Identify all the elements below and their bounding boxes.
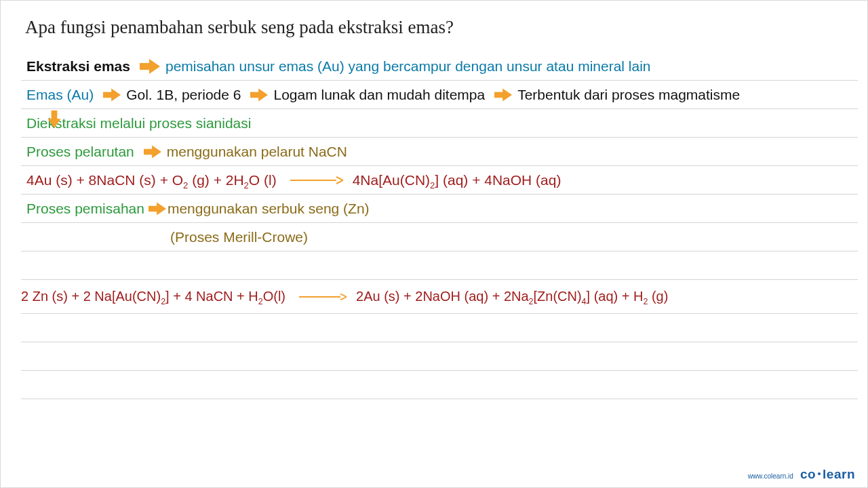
separation-zinc: menggunakan serbuk seng (Zn) xyxy=(167,201,370,217)
slide-title: Apa fungsi penambahan serbuk seng pada e… xyxy=(1,1,867,47)
row-blank xyxy=(21,342,858,371)
property-soft: Logam lunak dan mudah ditempa xyxy=(273,87,485,103)
eq1-lhs: 4Au (s) + 8NaCN (s) + O2 (g) + 2H2O (l) xyxy=(26,172,277,188)
arrow-right-icon xyxy=(149,201,166,216)
brand-logo: colearn xyxy=(800,467,855,482)
row-blank xyxy=(21,314,858,342)
label-ekstraksi: Ekstraksi emas xyxy=(26,58,130,75)
reaction-arrow-icon xyxy=(299,292,347,302)
row-cyanidation: Diekstraksi melalui proses sianidasi xyxy=(21,109,858,138)
row-blank xyxy=(21,251,858,280)
row-blank xyxy=(21,371,858,399)
footer: www.colearn.id colearn xyxy=(748,467,855,482)
row-dissolution: Proses pelarutan menggunakan pelarut NaC… xyxy=(21,138,858,166)
row-definition: Ekstraksi emas pemisahan unsur emas (Au)… xyxy=(21,52,858,81)
row-separation: Proses pemisahan menggunakan serbuk seng… xyxy=(21,195,858,223)
reaction-arrow-icon xyxy=(290,176,343,185)
merill-crowe-text: (Proses Merill-Crowe) xyxy=(170,229,308,245)
slide: Apa fungsi penambahan serbuk seng pada e… xyxy=(0,0,868,488)
dot-icon xyxy=(818,472,821,475)
arrow-right-icon xyxy=(144,144,161,159)
dissolution-label: Proses pelarutan xyxy=(26,144,134,160)
dissolution-solvent: menggunakan pelarut NaCN xyxy=(167,144,347,160)
arrow-down-icon xyxy=(47,110,62,131)
eq2-rhs: 2Au (s) + 2NaOH (aq) + 2Na2[Zn(CN)4] (aq… xyxy=(356,289,668,304)
group-period: Gol. 1B, periode 6 xyxy=(126,87,241,103)
footer-url: www.colearn.id xyxy=(748,472,793,480)
row-properties: Emas (Au) Gol. 1B, periode 6 Logam lunak… xyxy=(21,81,858,109)
row-merill-crowe: (Proses Merill-Crowe) xyxy=(21,223,858,251)
definition-text: pemisahan unsur emas (Au) yang bercampur… xyxy=(165,58,651,75)
arrow-right-icon xyxy=(140,58,160,75)
emas-label: Emas (Au) xyxy=(26,87,94,103)
separation-label: Proses pemisahan xyxy=(26,201,144,217)
arrow-right-icon xyxy=(494,87,512,102)
row-equation-2: 2 Zn (s) + 2 Na[Au(CN)2] + 4 NaCN + H2O(… xyxy=(21,280,858,314)
eq1-rhs: 4Na[Au(CN)2] (aq) + 4NaOH (aq) xyxy=(353,172,561,188)
arrow-right-icon xyxy=(250,87,268,102)
row-equation-1: 4Au (s) + 8NaCN (s) + O2 (g) + 2H2O (l) … xyxy=(21,166,858,195)
property-magma: Terbentuk dari proses magmatisme xyxy=(517,87,740,103)
content-area: Ekstraksi emas pemisahan unsur emas (Au)… xyxy=(21,52,858,399)
eq2-lhs: 2 Zn (s) + 2 Na[Au(CN)2] + 4 NaCN + H2O(… xyxy=(21,289,285,304)
arrow-right-icon xyxy=(103,87,121,102)
